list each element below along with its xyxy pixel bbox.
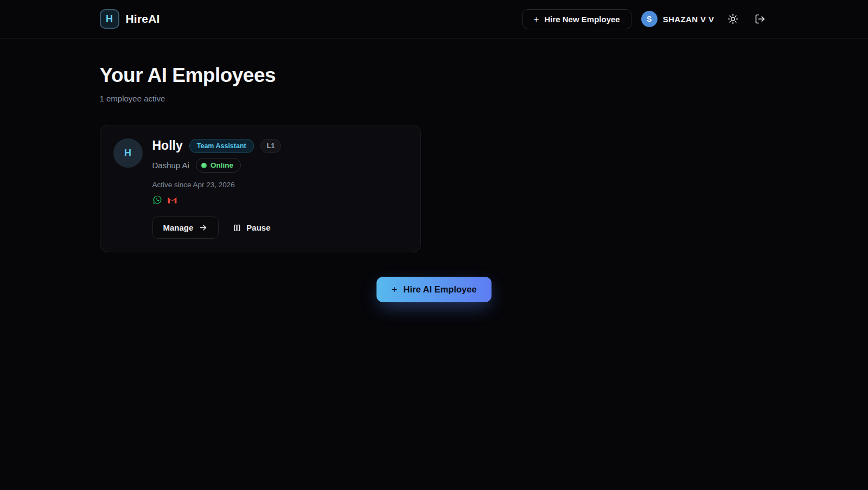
user-avatar: S <box>641 11 658 27</box>
status-badge: Online <box>196 158 241 173</box>
logout-icon <box>755 14 765 24</box>
header: H HireAI + Hire New Employee S SHAZAN V … <box>0 0 868 39</box>
employee-initial: H <box>124 148 131 159</box>
hire-ai-employee-button[interactable]: + Hire AI Employee <box>376 277 491 302</box>
status-text: Online <box>210 161 233 169</box>
employee-avatar: H <box>113 138 143 168</box>
user-name: SHAZAN V V <box>663 15 714 24</box>
employee-card: H Holly Team Assistant L1 Dashup Ai Onli… <box>100 125 421 252</box>
manage-label: Manage <box>163 223 194 232</box>
plus-icon: + <box>391 284 397 295</box>
online-dot-icon <box>201 163 207 168</box>
role-badge: Team Assistant <box>189 139 254 153</box>
user-menu[interactable]: S SHAZAN V V <box>641 11 714 27</box>
theme-toggle-button[interactable] <box>724 10 742 28</box>
logo-icon: H <box>100 9 119 29</box>
brand-logo[interactable]: H HireAI <box>100 9 160 29</box>
whatsapp-icon <box>152 195 162 205</box>
channels-row <box>152 195 407 205</box>
logo-letter: H <box>106 14 113 25</box>
hire-new-employee-label: Hire New Employee <box>544 15 620 24</box>
pause-label: Pause <box>246 223 270 232</box>
manage-button[interactable]: Manage <box>152 217 219 239</box>
level-badge: L1 <box>260 139 282 153</box>
pause-icon <box>233 224 241 232</box>
hire-ai-employee-label: Hire AI Employee <box>404 284 477 295</box>
sun-icon <box>727 14 738 24</box>
hire-new-employee-button[interactable]: + Hire New Employee <box>522 9 631 29</box>
arrow-right-icon <box>199 223 208 232</box>
main-content: Your AI Employees 1 employee active H Ho… <box>100 39 769 302</box>
plus-icon: + <box>534 15 539 24</box>
active-since-text: Active since Apr 23, 2026 <box>152 181 407 189</box>
pause-button[interactable]: Pause <box>233 223 270 232</box>
brand-name: HireAI <box>126 12 160 26</box>
page-title: Your AI Employees <box>100 64 769 87</box>
page-subtitle: 1 employee active <box>100 94 769 103</box>
employee-name: Holly <box>152 138 183 153</box>
company-name: Dashup Ai <box>152 161 189 170</box>
logout-button[interactable] <box>751 10 769 28</box>
user-initial: S <box>647 15 652 23</box>
gmail-icon <box>167 195 177 204</box>
